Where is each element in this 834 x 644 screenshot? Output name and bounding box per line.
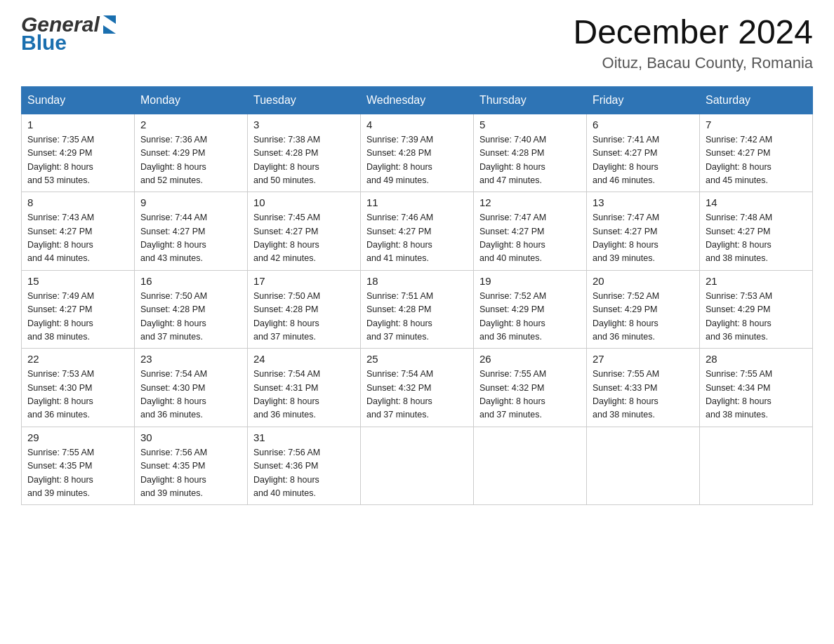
- day-info: Sunrise: 7:54 AM Sunset: 4:32 PM Dayligh…: [366, 368, 468, 422]
- day-number: 18: [366, 275, 468, 287]
- logo: General Blue: [21, 14, 117, 53]
- calendar-cell: 28 Sunrise: 7:55 AM Sunset: 4:34 PM Dayl…: [700, 349, 813, 427]
- calendar-cell: 5 Sunrise: 7:40 AM Sunset: 4:28 PM Dayli…: [474, 114, 587, 192]
- calendar-cell: [474, 427, 587, 505]
- day-number: 7: [706, 119, 807, 130]
- day-info: Sunrise: 7:54 AM Sunset: 4:30 PM Dayligh…: [140, 368, 241, 422]
- day-number: 13: [593, 196, 694, 208]
- calendar-cell: 15 Sunrise: 7:49 AM Sunset: 4:27 PM Dayl…: [22, 270, 135, 349]
- calendar-cell: 19 Sunrise: 7:52 AM Sunset: 4:29 PM Dayl…: [474, 270, 587, 349]
- calendar-cell: 24 Sunrise: 7:54 AM Sunset: 4:31 PM Dayl…: [248, 349, 361, 427]
- calendar-cell: 14 Sunrise: 7:48 AM Sunset: 4:27 PM Dayl…: [700, 192, 813, 271]
- calendar-cell: 30 Sunrise: 7:56 AM Sunset: 4:35 PM Dayl…: [135, 427, 248, 505]
- day-number: 21: [706, 275, 807, 287]
- day-info: Sunrise: 7:55 AM Sunset: 4:33 PM Dayligh…: [593, 368, 694, 422]
- day-info: Sunrise: 7:47 AM Sunset: 4:27 PM Dayligh…: [593, 211, 694, 266]
- day-number: 19: [479, 275, 581, 287]
- day-number: 8: [27, 196, 128, 208]
- calendar-cell: 7 Sunrise: 7:42 AM Sunset: 4:27 PM Dayli…: [700, 114, 813, 192]
- svg-marker-0: [103, 15, 116, 24]
- day-info: Sunrise: 7:52 AM Sunset: 4:29 PM Dayligh…: [479, 290, 581, 344]
- calendar-cell: 27 Sunrise: 7:55 AM Sunset: 4:33 PM Dayl…: [587, 349, 700, 427]
- calendar-cell: 13 Sunrise: 7:47 AM Sunset: 4:27 PM Dayl…: [587, 192, 700, 271]
- header-saturday: Saturday: [700, 86, 813, 114]
- calendar-cell: 4 Sunrise: 7:39 AM Sunset: 4:28 PM Dayli…: [361, 114, 474, 192]
- day-info: Sunrise: 7:52 AM Sunset: 4:29 PM Dayligh…: [593, 290, 694, 344]
- day-number: 5: [479, 119, 581, 130]
- header-monday: Monday: [135, 86, 248, 114]
- calendar-cell: 17 Sunrise: 7:50 AM Sunset: 4:28 PM Dayl…: [248, 270, 361, 349]
- header-wednesday: Wednesday: [361, 86, 474, 114]
- day-number: 15: [27, 275, 128, 287]
- week-row-4: 22 Sunrise: 7:53 AM Sunset: 4:30 PM Dayl…: [22, 349, 813, 427]
- day-info: Sunrise: 7:50 AM Sunset: 4:28 PM Dayligh…: [253, 290, 355, 344]
- day-info: Sunrise: 7:48 AM Sunset: 4:27 PM Dayligh…: [706, 211, 807, 266]
- day-number: 11: [366, 196, 468, 208]
- calendar-cell: 22 Sunrise: 7:53 AM Sunset: 4:30 PM Dayl…: [22, 349, 135, 427]
- calendar-cell: 23 Sunrise: 7:54 AM Sunset: 4:30 PM Dayl…: [135, 349, 248, 427]
- day-info: Sunrise: 7:42 AM Sunset: 4:27 PM Dayligh…: [706, 133, 807, 188]
- page-header: General Blue December 2024 Oituz, Bacau …: [21, 14, 813, 72]
- calendar-cell: 29 Sunrise: 7:55 AM Sunset: 4:35 PM Dayl…: [22, 427, 135, 505]
- day-info: Sunrise: 7:55 AM Sunset: 4:35 PM Dayligh…: [27, 446, 128, 501]
- day-number: 17: [253, 275, 355, 287]
- day-info: Sunrise: 7:55 AM Sunset: 4:34 PM Dayligh…: [706, 368, 807, 422]
- calendar-cell: 26 Sunrise: 7:55 AM Sunset: 4:32 PM Dayl…: [474, 349, 587, 427]
- calendar-cell: 2 Sunrise: 7:36 AM Sunset: 4:29 PM Dayli…: [135, 114, 248, 192]
- day-number: 25: [366, 353, 468, 365]
- calendar-cell: 8 Sunrise: 7:43 AM Sunset: 4:27 PM Dayli…: [22, 192, 135, 271]
- calendar-cell: 9 Sunrise: 7:44 AM Sunset: 4:27 PM Dayli…: [135, 192, 248, 271]
- calendar-cell: 10 Sunrise: 7:45 AM Sunset: 4:27 PM Dayl…: [248, 192, 361, 271]
- day-info: Sunrise: 7:45 AM Sunset: 4:27 PM Dayligh…: [253, 211, 355, 266]
- calendar-cell: [361, 427, 474, 505]
- day-info: Sunrise: 7:35 AM Sunset: 4:29 PM Dayligh…: [27, 133, 128, 188]
- day-info: Sunrise: 7:46 AM Sunset: 4:27 PM Dayligh…: [366, 211, 468, 266]
- day-info: Sunrise: 7:36 AM Sunset: 4:29 PM Dayligh…: [140, 133, 241, 188]
- day-number: 1: [27, 119, 128, 130]
- header-sunday: Sunday: [22, 86, 135, 114]
- calendar-cell: 25 Sunrise: 7:54 AM Sunset: 4:32 PM Dayl…: [361, 349, 474, 427]
- calendar-cell: 6 Sunrise: 7:41 AM Sunset: 4:27 PM Dayli…: [587, 114, 700, 192]
- calendar-cell: 11 Sunrise: 7:46 AM Sunset: 4:27 PM Dayl…: [361, 192, 474, 271]
- day-number: 4: [366, 119, 468, 130]
- month-title: December 2024: [573, 14, 813, 51]
- calendar-cell: [700, 427, 813, 505]
- day-number: 12: [479, 196, 581, 208]
- week-row-5: 29 Sunrise: 7:55 AM Sunset: 4:35 PM Dayl…: [22, 427, 813, 505]
- calendar-cell: [587, 427, 700, 505]
- calendar-cell: 1 Sunrise: 7:35 AM Sunset: 4:29 PM Dayli…: [22, 114, 135, 192]
- day-info: Sunrise: 7:47 AM Sunset: 4:27 PM Dayligh…: [479, 211, 581, 266]
- day-number: 14: [706, 196, 807, 208]
- day-number: 9: [140, 196, 241, 208]
- day-info: Sunrise: 7:53 AM Sunset: 4:29 PM Dayligh…: [706, 290, 807, 344]
- week-row-3: 15 Sunrise: 7:49 AM Sunset: 4:27 PM Dayl…: [22, 270, 813, 349]
- location-title: Oituz, Bacau County, Romania: [573, 54, 813, 72]
- calendar-cell: 16 Sunrise: 7:50 AM Sunset: 4:28 PM Dayl…: [135, 270, 248, 349]
- week-row-2: 8 Sunrise: 7:43 AM Sunset: 4:27 PM Dayli…: [22, 192, 813, 271]
- calendar-cell: 18 Sunrise: 7:51 AM Sunset: 4:28 PM Dayl…: [361, 270, 474, 349]
- day-info: Sunrise: 7:51 AM Sunset: 4:28 PM Dayligh…: [366, 290, 468, 344]
- header-thursday: Thursday: [474, 86, 587, 114]
- day-info: Sunrise: 7:38 AM Sunset: 4:28 PM Dayligh…: [253, 133, 355, 188]
- header-friday: Friday: [587, 86, 700, 114]
- day-number: 16: [140, 275, 241, 287]
- day-number: 24: [253, 353, 355, 365]
- title-block: December 2024 Oituz, Bacau County, Roman…: [573, 14, 813, 72]
- logo-flag-icon: [102, 14, 117, 34]
- day-number: 23: [140, 353, 241, 365]
- day-number: 10: [253, 196, 355, 208]
- calendar-cell: 20 Sunrise: 7:52 AM Sunset: 4:29 PM Dayl…: [587, 270, 700, 349]
- day-number: 28: [706, 353, 807, 365]
- calendar-cell: 21 Sunrise: 7:53 AM Sunset: 4:29 PM Dayl…: [700, 270, 813, 349]
- day-number: 3: [253, 119, 355, 130]
- day-number: 2: [140, 119, 241, 130]
- day-number: 26: [479, 353, 581, 365]
- day-info: Sunrise: 7:54 AM Sunset: 4:31 PM Dayligh…: [253, 368, 355, 422]
- day-info: Sunrise: 7:56 AM Sunset: 4:36 PM Dayligh…: [253, 446, 355, 501]
- calendar-cell: 12 Sunrise: 7:47 AM Sunset: 4:27 PM Dayl…: [474, 192, 587, 271]
- day-number: 29: [27, 431, 128, 443]
- calendar-cell: 31 Sunrise: 7:56 AM Sunset: 4:36 PM Dayl…: [248, 427, 361, 505]
- weekday-header-row: Sunday Monday Tuesday Wednesday Thursday…: [22, 86, 813, 114]
- header-tuesday: Tuesday: [248, 86, 361, 114]
- day-number: 22: [27, 353, 128, 365]
